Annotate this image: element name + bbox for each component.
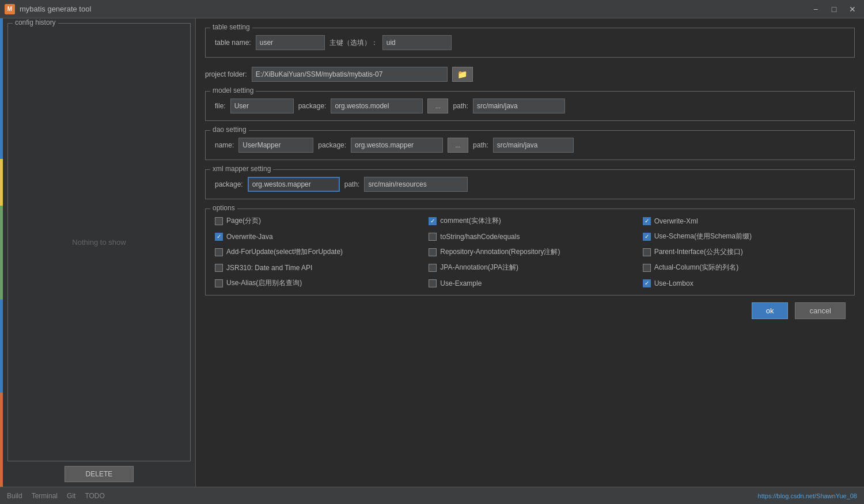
model-browse-button[interactable]: ...: [427, 98, 448, 113]
dao-name-label: name:: [215, 141, 234, 149]
main-layout: config history Nothing to show DELETE ta…: [0, 18, 864, 487]
folder-icon: 📁: [457, 70, 467, 79]
checkbox-use-schema[interactable]: [643, 233, 651, 241]
option-jpa: JPA-Annotation(JPA注解): [429, 263, 631, 272]
checkbox-jpa[interactable]: [429, 264, 437, 272]
option-label-comment: comment(实体注释): [440, 216, 501, 226]
model-setting-group: model setting file: package: ... path:: [205, 91, 855, 121]
option-label-jsr310: JSR310: Date and Time API: [226, 264, 312, 272]
maximize-button[interactable]: □: [827, 3, 841, 15]
option-tostring: toString/hashCode/equals: [429, 232, 631, 241]
option-overwrite-xml: Overwrite-Xml: [643, 216, 845, 226]
option-label-actual-column: Actual-Column(实际的列名): [654, 263, 739, 272]
checkbox-use-lombox[interactable]: [643, 279, 651, 287]
option-page: Page(分页): [215, 216, 417, 226]
table-setting-row: table name: 主键（选填）：: [215, 35, 845, 50]
model-setting-row: file: package: ... path:: [215, 98, 845, 113]
checkbox-overwrite-xml[interactable]: [643, 217, 651, 225]
table-setting-label: table setting: [210, 23, 252, 31]
checkbox-overwrite-java[interactable]: [215, 233, 223, 241]
option-label-use-lombox: Use-Lombox: [654, 279, 694, 287]
checkbox-comment[interactable]: [429, 217, 437, 225]
xml-package-label: package:: [215, 180, 243, 188]
option-label-use-schema: Use-Schema(使用Schema前缀): [654, 232, 752, 241]
sidebar: config history Nothing to show DELETE: [0, 18, 196, 487]
bottom-tab-terminal[interactable]: Terminal: [32, 492, 58, 500]
dao-setting-group: dao setting name: package: ... path:: [205, 130, 855, 160]
close-button[interactable]: ✕: [846, 3, 859, 15]
options-group: options Page(分页)comment(实体注释)Overwrite-X…: [205, 209, 855, 295]
option-comment: comment(实体注释): [429, 216, 631, 226]
xml-path-label: path:: [344, 180, 360, 188]
action-row: ok cancel: [205, 295, 855, 319]
dao-name-input[interactable]: [238, 138, 313, 153]
xml-package-input[interactable]: [248, 177, 340, 192]
cancel-button[interactable]: cancel: [795, 302, 846, 319]
option-label-tostring: toString/hashCode/equals: [440, 233, 520, 241]
table-name-input[interactable]: [256, 35, 325, 50]
option-label-add-forupdate: Add-ForUpdate(select增加ForUpdate): [226, 247, 343, 257]
option-label-page: Page(分页): [226, 216, 261, 226]
option-label-use-alias: Use-Alias(启用别名查询): [226, 278, 302, 288]
checkbox-use-example[interactable]: [429, 279, 437, 287]
project-folder-input[interactable]: [252, 67, 448, 82]
bottom-tab-git[interactable]: Git: [67, 492, 75, 500]
model-file-input[interactable]: [230, 98, 294, 113]
table-name-label: table name:: [215, 39, 251, 47]
table-setting-group: table setting table name: 主键（选填）：: [205, 28, 855, 58]
title-bar: M mybatis generate tool − □ ✕: [0, 0, 864, 18]
model-package-label: package:: [298, 102, 327, 110]
checkbox-page[interactable]: [215, 217, 223, 225]
bottom-tab-build[interactable]: Build: [7, 492, 22, 500]
checkbox-tostring[interactable]: [429, 233, 437, 241]
config-history-group: config history Nothing to show: [7, 23, 191, 461]
model-path-label: path:: [453, 102, 468, 110]
option-use-lombox: Use-Lombox: [643, 278, 845, 288]
checkbox-actual-column[interactable]: [643, 264, 651, 272]
bottom-bar: BuildTerminalGitTODO https://blog.csdn.n…: [0, 487, 864, 504]
app-icon: M: [5, 4, 15, 14]
model-package-input[interactable]: [331, 98, 423, 113]
project-folder-browse-button[interactable]: 📁: [452, 67, 473, 82]
option-label-jpa: JPA-Annotation(JPA注解): [440, 263, 518, 272]
option-overwrite-java: Overwrite-Java: [215, 232, 417, 241]
checkbox-parent-interface[interactable]: [643, 248, 651, 256]
checkbox-repository[interactable]: [429, 248, 437, 256]
delete-button[interactable]: DELETE: [65, 466, 134, 482]
bottom-tab-todo[interactable]: TODO: [85, 492, 104, 500]
dao-setting-row: name: package: ... path:: [215, 138, 845, 153]
project-folder-row: project folder: 📁: [205, 67, 855, 82]
option-label-repository: Repository-Annotation(Repository注解): [440, 247, 560, 257]
option-actual-column: Actual-Column(实际的列名): [643, 263, 845, 272]
minimize-button[interactable]: −: [809, 3, 823, 15]
dao-browse-button[interactable]: ...: [448, 138, 468, 153]
checkbox-jsr310[interactable]: [215, 264, 223, 272]
ok-button[interactable]: ok: [752, 302, 789, 319]
dao-package-input[interactable]: [351, 138, 443, 153]
bottom-url: https://blog.csdn.net/ShawnYue_08: [758, 492, 857, 499]
option-use-schema: Use-Schema(使用Schema前缀): [643, 232, 845, 241]
primary-key-label: 主键（选填）：: [329, 38, 378, 48]
dao-path-input[interactable]: [493, 138, 574, 153]
option-use-example: Use-Example: [429, 278, 631, 288]
model-path-input[interactable]: [473, 98, 565, 113]
config-history-label: config history: [13, 18, 58, 26]
sidebar-content: config history Nothing to show DELETE: [3, 18, 196, 487]
checkbox-add-forupdate[interactable]: [215, 248, 223, 256]
option-repository: Repository-Annotation(Repository注解): [429, 247, 631, 257]
xml-path-input[interactable]: [364, 177, 468, 192]
option-add-forupdate: Add-ForUpdate(select增加ForUpdate): [215, 247, 417, 257]
bottom-tabs: BuildTerminalGitTODO: [7, 492, 105, 500]
dao-setting-label: dao setting: [210, 126, 249, 134]
nothing-to-show: Nothing to show: [13, 28, 185, 456]
option-jsr310: JSR310: Date and Time API: [215, 263, 417, 272]
window-title: mybatis generate tool: [20, 5, 91, 13]
primary-key-input[interactable]: [382, 35, 452, 50]
dao-package-label: package:: [318, 141, 346, 149]
xml-setting-group: xml mapper setting package: path:: [205, 169, 855, 199]
project-folder-label: project folder:: [205, 70, 247, 78]
checkbox-use-alias[interactable]: [215, 279, 223, 287]
option-use-alias: Use-Alias(启用别名查询): [215, 278, 417, 288]
dao-path-label: path:: [473, 141, 488, 149]
option-label-use-example: Use-Example: [440, 279, 482, 287]
